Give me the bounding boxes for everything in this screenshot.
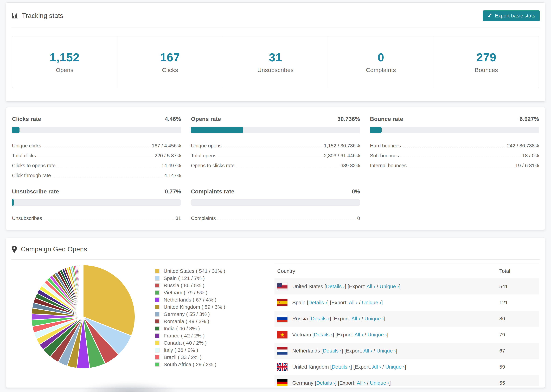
table-row-germany: Germany [Details ›] [Export: All › / Uni… <box>275 375 539 386</box>
geo-table-scroll-area[interactable]: Country Total United States [Details ›] … <box>275 264 539 386</box>
export-all-link[interactable]: All › <box>351 316 360 321</box>
column-header-country: Country <box>275 264 497 279</box>
details-link[interactable]: Details › <box>332 364 350 370</box>
table-row-spain: Spain [Details ›] [Export: All › / Uniqu… <box>275 294 539 311</box>
geo-opens-table: Country Total United States [Details ›] … <box>275 264 539 386</box>
legend-swatch <box>155 333 160 338</box>
rate-detail-row: Opens to clicks rate 689.82% <box>191 159 360 169</box>
stat-box-clicks: 167 Clicks <box>117 36 223 88</box>
details-link[interactable]: Details › <box>308 300 327 305</box>
export-unique-link[interactable]: Unique › <box>385 364 405 370</box>
header-divider <box>11 28 540 28</box>
export-unique-link[interactable]: Unique › <box>365 316 384 321</box>
rate-value: 0.77% <box>165 188 181 195</box>
export-all-link[interactable]: All › <box>349 300 358 305</box>
rate-detail-label: Internal bounces <box>370 163 407 169</box>
stat-box-bounces: 279 Bounces <box>434 36 539 88</box>
rate-progress-bar <box>12 127 181 133</box>
legend-label: Brazil ( 33 / 2% ) <box>164 354 202 360</box>
total-cell: 55 <box>497 375 539 386</box>
country-cell-text: Germany [Details ›] [Export: All › / Uni… <box>292 380 391 386</box>
rate-detail-row: Unique opens 1,152 / 30.736% <box>191 139 360 149</box>
legend-swatch <box>155 362 160 367</box>
rate-detail-label: Opens to clicks rate <box>191 163 235 169</box>
rate-value: 0% <box>352 188 360 195</box>
export-unique-link[interactable]: Unique › <box>370 380 389 386</box>
flag-icon-vn <box>277 331 288 338</box>
legend-label: Russia ( 86 / 5% ) <box>164 283 204 288</box>
dotted-leader <box>38 157 153 157</box>
legend-label: Romania ( 49 / 3% ) <box>164 318 209 324</box>
rate-detail-label: Click through rate <box>12 173 51 179</box>
table-row-russia: Russia [Details ›] [Export: All › / Uniq… <box>275 311 539 327</box>
rate-block-bounce-rate: Bounce rate 6.927% Hard bounces 242 / 86… <box>370 116 539 179</box>
details-link[interactable]: Details › <box>323 348 342 354</box>
legend-swatch <box>155 290 160 295</box>
rate-detail-value: 14.497% <box>162 163 181 169</box>
page-title: Tracking stats <box>22 12 63 20</box>
export-unique-link[interactable]: Unique › <box>376 348 396 354</box>
country-cell-text: Russia [Details ›] [Export: All › / Uniq… <box>292 316 385 322</box>
rate-progress-fill <box>12 127 20 133</box>
export-button-label: Export basic stats <box>495 13 535 19</box>
rate-detail-row: Soft bounces 18 / 0% <box>370 149 539 159</box>
legend-swatch <box>155 341 160 345</box>
rate-progress-fill <box>370 127 381 133</box>
flag-icon-us <box>277 283 288 290</box>
details-link[interactable]: Details › <box>314 332 333 337</box>
map-pin-icon <box>11 245 17 253</box>
rate-detail-row: Internal bounces 19 / 6.81% <box>370 159 539 169</box>
export-unique-link[interactable]: Unique › <box>380 284 399 289</box>
legend-label: Netherlands ( 67 / 4% ) <box>164 297 216 303</box>
rate-detail-value: 1,152 / 30.736% <box>324 143 360 149</box>
stat-value: 167 <box>117 51 223 64</box>
rates-grid: Clicks rate 4.46% Unique clicks 167 / 4.… <box>12 116 539 222</box>
legend-swatch <box>155 283 160 288</box>
bar-chart-icon <box>11 12 19 19</box>
details-link[interactable]: Details › <box>326 284 345 289</box>
dotted-leader <box>218 220 356 220</box>
rate-title: Clicks rate <box>12 116 41 122</box>
rate-progress-bar <box>191 199 360 206</box>
legend-swatch <box>155 305 160 309</box>
details-link[interactable]: Details › <box>311 316 330 321</box>
legend-label: Spain ( 121 / 7% ) <box>164 275 205 281</box>
export-all-link[interactable]: All › <box>354 332 363 337</box>
stat-label: Clicks <box>117 67 223 73</box>
rate-detail-value: 220 / 5.87% <box>155 153 181 159</box>
stat-value: 279 <box>434 51 539 64</box>
stat-label: Opens <box>12 67 117 73</box>
stat-box-opens: 1,152 Opens <box>12 36 117 88</box>
stat-box-unsubscribes: 31 Unsubscribes <box>223 36 328 88</box>
export-all-link[interactable]: All › <box>367 284 375 289</box>
rate-progress-bar <box>12 199 181 206</box>
export-all-link[interactable]: All › <box>372 364 381 370</box>
table-row-vietnam: Vietnam [Details ›] [Export: All › / Uni… <box>275 327 539 343</box>
rate-title: Opens rate <box>191 116 221 122</box>
total-cell: 59 <box>497 359 539 375</box>
export-unique-link[interactable]: Unique › <box>367 332 387 337</box>
rate-title: Unsubscribe rate <box>12 188 59 195</box>
dotted-leader <box>43 147 150 147</box>
rate-detail-value: 18 / 0% <box>522 153 539 159</box>
legend-label: Italy ( 36 / 2% ) <box>164 347 198 353</box>
export-basic-stats-button[interactable]: Export basic stats <box>483 10 540 21</box>
dotted-leader <box>44 220 174 220</box>
country-name: Germany <box>292 380 313 386</box>
geo-table-container: Country Total United States [Details ›] … <box>275 260 539 386</box>
legend-label: Vietnam ( 79 / 5% ) <box>164 290 207 295</box>
rates-card: Clicks rate 4.46% Unique clicks 167 / 4.… <box>6 107 545 230</box>
export-all-link[interactable]: All › <box>363 348 372 354</box>
table-header-row: Country Total <box>275 264 539 279</box>
export-icon <box>487 13 493 19</box>
legend-item-netherlands: Netherlands ( 67 / 4% ) <box>155 296 275 303</box>
rate-detail-label: Total clicks <box>12 153 36 159</box>
stat-box-complaints: 0 Complaints <box>328 36 434 88</box>
rate-progress-fill <box>12 199 14 206</box>
rate-detail-row: Unique clicks 167 / 4.456% <box>12 139 181 149</box>
details-link[interactable]: Details › <box>316 380 335 386</box>
stat-value: 31 <box>223 51 328 64</box>
export-unique-link[interactable]: Unique › <box>362 300 381 305</box>
export-all-link[interactable]: All › <box>357 380 366 386</box>
country-name: United States <box>292 284 323 289</box>
